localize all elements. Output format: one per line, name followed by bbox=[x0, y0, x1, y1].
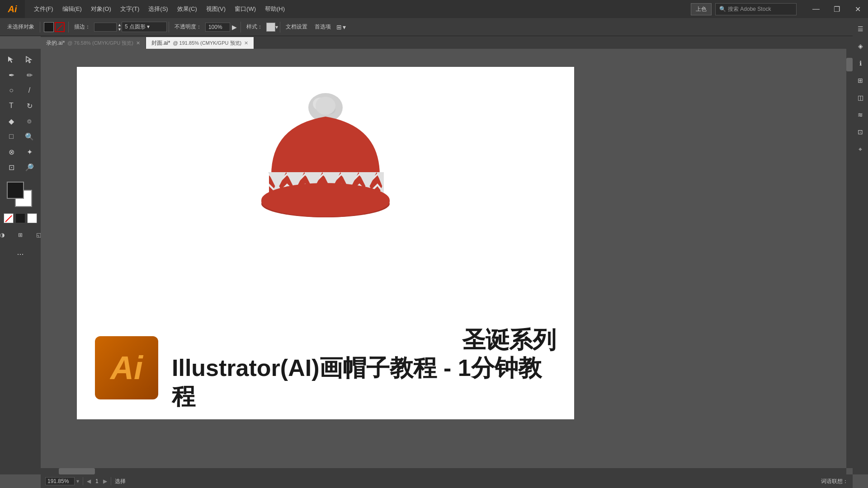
white-swatch[interactable] bbox=[27, 213, 37, 223]
app-logo: Ai bbox=[0, 0, 25, 18]
stroke-swatch-toolbar[interactable] bbox=[55, 22, 65, 32]
menu-window[interactable]: 窗口(W) bbox=[230, 0, 260, 18]
blend-tool[interactable]: ✦ bbox=[21, 145, 38, 159]
title-line1: 圣诞系列 bbox=[172, 326, 556, 354]
minimize-button[interactable]: — bbox=[806, 0, 826, 18]
separator4 bbox=[241, 22, 241, 33]
warp-tool[interactable]: ⊗ bbox=[3, 145, 20, 159]
style-label: 样式： bbox=[243, 22, 266, 32]
fill-swatch-toolbar[interactable] bbox=[44, 22, 54, 32]
stroke-type-dropdown[interactable]: 5 点圆形 ▾ bbox=[122, 22, 167, 32]
menu-file[interactable]: 文件(F) bbox=[29, 0, 58, 18]
transform-panel-icon[interactable]: ◫ bbox=[854, 91, 867, 104]
tab-close-cover[interactable]: ✕ bbox=[244, 40, 248, 46]
black-swatch[interactable] bbox=[15, 213, 25, 223]
hat-svg bbox=[240, 85, 411, 230]
menu-edit[interactable]: 编辑(E) bbox=[58, 0, 86, 18]
window-controls: — ❐ ✕ bbox=[806, 0, 868, 18]
hat-illustration bbox=[240, 85, 411, 230]
toolbar: 未选择对象 描边： ▲ ▼ 5 点圆形 ▾ 不透明度： ▶ 样式： ▾ 文档设置… bbox=[0, 18, 868, 36]
ellipse-tool[interactable]: ○ bbox=[3, 83, 20, 98]
color-mode-button[interactable]: 上色 bbox=[691, 3, 712, 15]
paintbucket-tool[interactable]: ◆ bbox=[3, 114, 20, 128]
opacity-arrow-right[interactable]: ▶ bbox=[230, 23, 239, 31]
pathfinder-panel-icon[interactable]: ≋ bbox=[854, 108, 867, 121]
vertical-scrollbar[interactable] bbox=[846, 49, 853, 468]
type-tool[interactable]: T bbox=[3, 99, 20, 113]
caption-text-area: 圣诞系列 Illustrator(AI)画帽子教程 - 1分钟教程 bbox=[172, 326, 556, 410]
ai-logo-text: Ai bbox=[110, 349, 143, 386]
separator5 bbox=[280, 22, 280, 33]
color-swatches bbox=[7, 182, 34, 209]
zoom-tool[interactable]: 🔎 bbox=[21, 160, 38, 174]
panel-icon-toolbar[interactable]: ▾ bbox=[343, 23, 346, 31]
page-number: 1 bbox=[94, 478, 100, 484]
zoom-display: ▾ bbox=[45, 477, 79, 485]
swatches-panel-icon[interactable]: ⊡ bbox=[854, 126, 867, 138]
status-bar: ▾ ◀ 1 ▶ 选择 词语联想： bbox=[41, 474, 853, 488]
properties-panel-icon[interactable]: ☰ bbox=[854, 23, 867, 35]
stroke-down[interactable]: ▼ bbox=[118, 27, 122, 32]
stroke-input[interactable] bbox=[94, 23, 117, 32]
info-panel-icon[interactable]: ℹ bbox=[854, 57, 867, 70]
menu-text[interactable]: 文字(T) bbox=[116, 0, 144, 18]
status-separator2 bbox=[111, 477, 111, 485]
top-right-area: 上色 🔍 搜索 Adobe Stock bbox=[691, 3, 801, 15]
opacity-label: 不透明度： bbox=[171, 22, 205, 32]
style-dropdown[interactable]: ▾ bbox=[275, 24, 278, 30]
more-tools[interactable]: ··· bbox=[12, 247, 29, 261]
zoom-arrow[interactable]: ▾ bbox=[76, 478, 79, 484]
title-bar: Ai 文件(F) 编辑(E) 对象(O) 文字(T) 选择(S) 效果(C) 视… bbox=[0, 0, 868, 18]
bottom-text-container: Ai 圣诞系列 Illustrator(AI)画帽子教程 - 1分钟教程 bbox=[95, 326, 556, 410]
layers-panel-icon[interactable]: ◈ bbox=[854, 40, 867, 52]
direct-select-tool[interactable] bbox=[21, 52, 38, 67]
menu-select[interactable]: 选择(S) bbox=[144, 0, 172, 18]
style-swatch[interactable] bbox=[266, 23, 275, 32]
pencil-tool[interactable]: ✏ bbox=[21, 68, 38, 82]
tab-recording[interactable]: 录的.ai* @ 76.58% (CMYK/GPU 预览) ✕ bbox=[41, 37, 146, 49]
gradient-tool-small[interactable]: ◑ bbox=[0, 228, 11, 242]
hat-brim-top bbox=[261, 186, 390, 217]
close-button[interactable]: ✕ bbox=[847, 0, 868, 18]
ai-logo-box: Ai bbox=[95, 336, 158, 399]
foreground-color-swatch[interactable] bbox=[7, 182, 24, 199]
canvas-area[interactable]: Ai 圣诞系列 Illustrator(AI)画帽子教程 - 1分钟教程 bbox=[41, 49, 853, 474]
left-toolbar: ✒ ✏ ○ / T ↻ ◆ ⌾ □ 🔍 ⊗ ✦ ⊡ 🔎 ◑ ⊞ ◱ · bbox=[0, 49, 41, 474]
preferences-button[interactable]: 首选项 bbox=[311, 22, 335, 32]
separator bbox=[40, 22, 40, 33]
doc-settings-button[interactable]: 文档设置 bbox=[282, 22, 311, 32]
separator3 bbox=[169, 22, 169, 33]
menu-view[interactable]: 视图(V) bbox=[202, 0, 230, 18]
swatch-small-row bbox=[4, 213, 37, 223]
page-info: ◀ 1 ▶ bbox=[87, 478, 107, 484]
opacity-input[interactable] bbox=[205, 23, 230, 32]
menu-bar: 文件(F) 编辑(E) 对象(O) 文字(T) 选择(S) 效果(C) 视图(V… bbox=[25, 0, 691, 18]
align-panel-icon[interactable]: ⊞ bbox=[854, 74, 867, 87]
status-label: 选择 bbox=[115, 478, 126, 485]
menu-object[interactable]: 对象(O) bbox=[86, 0, 116, 18]
none-swatch[interactable] bbox=[4, 213, 14, 223]
rotate-tool[interactable]: ↻ bbox=[21, 99, 38, 113]
select-tool[interactable] bbox=[3, 52, 20, 67]
menu-effects[interactable]: 效果(C) bbox=[173, 0, 202, 18]
zoom-input[interactable] bbox=[45, 477, 75, 485]
search-stock-input[interactable]: 🔍 搜索 Adobe Stock bbox=[715, 3, 797, 15]
arrange-icon[interactable]: ⊞ bbox=[336, 23, 342, 31]
stroke-up[interactable]: ▲ bbox=[118, 23, 122, 27]
horizontal-scrollbar[interactable] bbox=[41, 468, 846, 474]
tabs-bar: 录的.ai* @ 76.58% (CMYK/GPU 预览) ✕ 封面.ai* @… bbox=[41, 36, 868, 49]
status-separator bbox=[83, 477, 83, 485]
rectangle-tool[interactable]: □ bbox=[3, 129, 20, 144]
pen-tool[interactable]: ✒ bbox=[3, 68, 20, 82]
eyedropper-tool[interactable]: 🔍 bbox=[21, 129, 38, 144]
mesh-tool-small[interactable]: ⊞ bbox=[12, 228, 29, 242]
restore-button[interactable]: ❐ bbox=[826, 0, 847, 18]
menu-help[interactable]: 帮助(H) bbox=[260, 0, 289, 18]
tab-close-recording[interactable]: ✕ bbox=[136, 40, 140, 46]
lasso-tool[interactable]: ⌾ bbox=[21, 114, 38, 128]
tab-cover[interactable]: 封面.ai* @ 191.85% (CMYK/GPU 预览) ✕ bbox=[146, 37, 254, 49]
symbols-panel-icon[interactable]: ⌖ bbox=[854, 143, 867, 155]
line-tool[interactable]: / bbox=[21, 83, 38, 98]
artboard-tool[interactable]: ⊡ bbox=[3, 160, 20, 174]
hat-dome bbox=[271, 117, 380, 175]
